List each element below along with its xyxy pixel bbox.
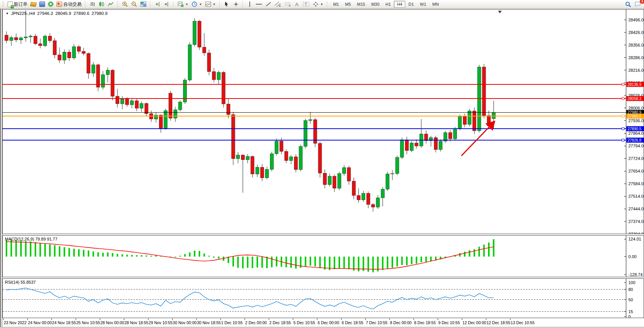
template-icon (205, 1, 211, 7)
autoscroll-icon (154, 1, 161, 7)
trendline-tool[interactable] (264, 0, 273, 8)
svg-text:A: A (295, 2, 299, 7)
symbol-period-label: JPN225-,H4 (11, 11, 35, 16)
time-tick: 28 Nov 00:00 (100, 320, 124, 325)
channel-tool[interactable]: E (273, 0, 283, 8)
svg-text:15: 15 (628, 309, 633, 314)
timeframe-m5[interactable]: M5 (342, 1, 354, 8)
time-tick: 12 Dec 00:00 (463, 320, 487, 325)
publish-button[interactable] (38, 0, 46, 8)
price-tick: 28426.0 (628, 30, 644, 35)
mt4-terminal: + 新订单 自动交易 ▼ ▼ ▼ E F A T (0, 0, 644, 328)
autotrading-icon (56, 2, 62, 7)
fibonacci-icon: F (284, 1, 291, 7)
text-tool[interactable]: A (293, 0, 301, 8)
line-handle[interactable] (622, 83, 624, 86)
time-tick: 30 Nov 00:00 (173, 320, 197, 325)
time-axis-labels: 23 Nov 202224 Nov 00:0024 Nov 18:5525 No… (2, 318, 644, 326)
timeframe-toolbar: M1M5M15M30H1H4D1W1MN (330, 1, 442, 8)
autotrading-button[interactable]: 自动交易 (55, 0, 83, 8)
line-handle[interactable] (622, 128, 624, 130)
high-value: 28045.9 (55, 11, 71, 16)
low-value: 27890.6 (74, 11, 90, 16)
new-chart-dropdown[interactable]: ▼ (177, 0, 190, 8)
candles (5, 10, 496, 212)
time-tick: 7 Dec 10:55 (366, 320, 388, 325)
candlestick-button[interactable] (98, 0, 106, 8)
autoscroll-button[interactable] (153, 0, 162, 8)
zoom-in-icon (122, 1, 128, 7)
signal-icon (48, 2, 53, 7)
time-tick: 1 Dec 10:55 (221, 320, 243, 325)
macd-label: MACD(12,26,9) 79.89 91.77 (5, 237, 58, 241)
svg-text:27890.5: 27890.5 (628, 127, 642, 131)
separator (243, 1, 244, 7)
line-handle[interactable] (622, 115, 624, 117)
timeframe-m30[interactable]: M30 (368, 1, 382, 8)
line-handle[interactable] (622, 139, 624, 141)
text-label-tool[interactable]: T (302, 0, 311, 8)
line-handle[interactable] (622, 97, 624, 100)
gold-tip-icon (30, 2, 37, 7)
zoom-out-button[interactable] (130, 0, 138, 8)
candlestick-chart[interactable]: 28496.028426.028356.028286.028216.028146… (3, 10, 644, 234)
time-axis[interactable]: 23 Nov 202224 Nov 00:0024 Nov 18:5525 No… (2, 318, 644, 326)
timeframe-w1[interactable]: W1 (417, 1, 429, 8)
chart-shift-marker[interactable] (498, 11, 502, 13)
signal-button[interactable] (47, 0, 55, 8)
price-tick: 27444.0 (628, 207, 644, 211)
period-dropdown[interactable]: ▼ (190, 0, 203, 8)
tile-windows-button[interactable] (139, 0, 148, 8)
trendline-icon (265, 1, 271, 7)
macd-pane[interactable]: MACD(12,26,9) 79.89 91.77 124.010.00-128… (2, 235, 644, 277)
time-tick: 6 Dec 18:55 (342, 320, 363, 325)
rsi-label: RSI(14) 55.8537 (5, 280, 36, 284)
timeframe-mn[interactable]: MN (429, 1, 442, 8)
timeframe-h4[interactable]: H4 (394, 1, 405, 8)
timeframe-h1[interactable]: H1 (382, 1, 394, 8)
svg-text:124.01: 124.01 (628, 237, 641, 241)
svg-text:T: T (305, 2, 307, 6)
price-tick: 27794.0 (628, 144, 644, 148)
crosshair-tool[interactable] (232, 0, 240, 8)
separator (117, 1, 119, 7)
time-tick: 13 Dec 10:55 (511, 320, 535, 325)
price-tick: 27514.0 (628, 194, 644, 199)
search-button[interactable] (624, 0, 633, 8)
time-tick: 24 Nov 18:55 (52, 320, 76, 325)
template-dropdown[interactable]: ▼ (204, 0, 217, 8)
svg-text:-128.74: -128.74 (628, 272, 642, 277)
separator (150, 1, 151, 7)
vertical-line-tool[interactable] (246, 0, 254, 8)
publish-icon (39, 2, 45, 7)
timeframe-d1[interactable]: D1 (405, 1, 417, 8)
horizontal-line-icon (255, 1, 262, 7)
rsi-pane[interactable]: RSI(14) 55.8537 1008050150 (2, 278, 644, 318)
zoom-out-icon (131, 1, 137, 7)
main-chart-pane[interactable]: ▼ JPN225-,H4 27946.3 28045.9 27890.6 279… (2, 9, 644, 234)
horizontal-line-tool[interactable] (254, 0, 263, 8)
tip-button[interactable] (29, 0, 37, 8)
macd-chart[interactable]: 124.010.00-128.74 (3, 236, 644, 277)
fibonacci-tool[interactable]: F (283, 0, 292, 8)
svg-text:0.00: 0.00 (628, 254, 636, 259)
chat-button[interactable]: 1 (633, 0, 642, 8)
new-order-button[interactable]: + 新订单 (6, 0, 29, 8)
bar-chart-button[interactable] (88, 0, 97, 8)
svg-text:28058.3: 28058.3 (628, 97, 642, 101)
timeframe-m1[interactable]: M1 (330, 1, 342, 8)
line-chart-button[interactable] (107, 0, 115, 8)
chart-shift-button[interactable] (162, 0, 171, 8)
zoom-in-button[interactable] (121, 0, 129, 8)
timeframe-m15[interactable]: M15 (354, 1, 368, 8)
bar-chart-icon (90, 1, 96, 7)
rsi-chart[interactable]: 1008050150 (3, 279, 644, 318)
chart-menu-icon[interactable]: ▼ (6, 12, 9, 15)
arrows-dropdown[interactable]: ▼ (312, 0, 324, 8)
cursor-tool[interactable] (223, 0, 231, 8)
price-tick: 28356.0 (628, 43, 644, 47)
separator (327, 1, 328, 7)
price-tick: 27654.0 (628, 169, 644, 173)
clock-icon (191, 1, 198, 7)
new-order-label: 新订单 (14, 1, 27, 8)
